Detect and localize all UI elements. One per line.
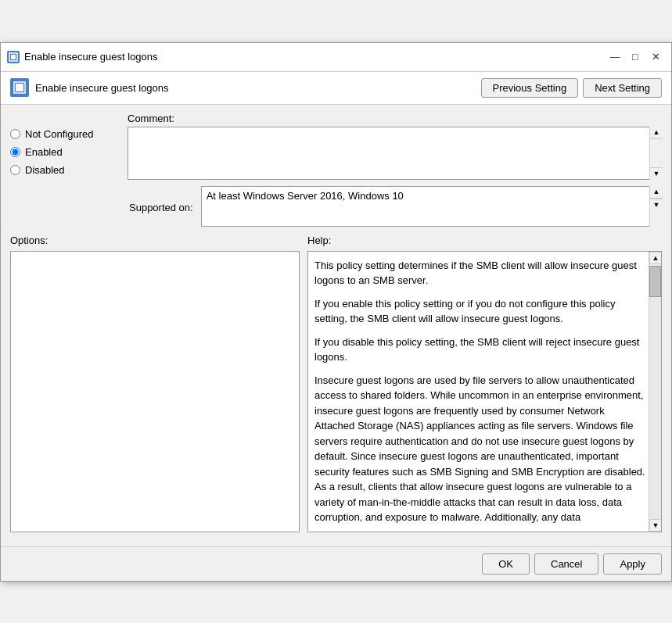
maximize-button[interactable]: □ [626,48,645,66]
header-title: Enable insecure guest logons [35,82,481,94]
help-para-3: If you disable this policy setting, the … [314,335,645,365]
scroll-track [649,297,661,519]
header-row: Enable insecure guest logons Previous Se… [1,72,671,105]
scroll-up-btn[interactable]: ▲ [649,252,662,264]
supported-row: Supported on: At least Windows Server 20… [129,186,662,227]
ok-button[interactable]: OK [482,553,530,575]
scroll-thumb[interactable] [649,266,661,297]
help-para-2: If you enable this policy setting or if … [314,296,645,327]
options-box [10,251,300,532]
svg-rect-1 [11,55,16,59]
comment-section: Comment: ▲ ▼ [128,113,662,180]
next-setting-button[interactable]: Next Setting [583,78,662,98]
content-area: Not Configured Enabled Disabled Comment:… [1,105,671,546]
apply-button[interactable]: Apply [603,553,662,575]
options-label: Options: [10,235,300,246]
not-configured-radio[interactable]: Not Configured [10,128,120,140]
window-title: Enable insecure guest logons [24,51,606,63]
title-bar-controls: — □ ✕ [606,48,665,66]
header-buttons: Previous Setting Next Setting [481,78,663,98]
help-scrollbar[interactable]: ▲ ▼ [649,252,661,532]
minimize-button[interactable]: — [606,48,624,66]
enabled-radio[interactable]: Enabled [10,146,120,158]
supported-wrapper: At least Windows Server 2016, Windows 10… [201,186,662,227]
comment-label: Comment: [128,113,662,124]
help-box: This policy setting determines if the SM… [307,251,662,532]
previous-setting-button[interactable]: Previous Setting [481,78,579,98]
window-icon [7,51,20,63]
disabled-input[interactable] [10,165,20,175]
header-icon [10,78,29,97]
options-col: Options: [10,235,300,532]
help-para-1: This policy setting determines if the SM… [314,258,645,288]
title-bar: Enable insecure guest logons — □ ✕ [1,43,671,72]
help-para-4: Insecure guest logons are used by file s… [314,373,645,525]
not-configured-input[interactable] [10,129,20,139]
help-content: This policy setting determines if the SM… [308,252,661,532]
cancel-button[interactable]: Cancel [534,553,598,575]
svg-rect-3 [16,84,23,91]
two-col: Options: Help: This policy setting deter… [10,235,662,532]
scroll-down-btn[interactable]: ▼ [649,519,662,532]
supported-text: At least Windows Server 2016, Windows 10 [201,186,662,227]
help-label: Help: [307,235,662,246]
comment-textarea[interactable] [128,127,662,180]
main-window: Enable insecure guest logons — □ ✕ Enabl… [0,42,672,582]
top-section: Not Configured Enabled Disabled Comment:… [10,113,662,180]
disabled-radio[interactable]: Disabled [10,164,120,176]
radio-group: Not Configured Enabled Disabled [10,113,120,180]
comment-textarea-wrapper: ▲ ▼ [128,127,662,180]
close-button[interactable]: ✕ [646,48,665,66]
footer: OK Cancel Apply [1,546,671,581]
help-col: Help: This policy setting determines if … [307,235,662,532]
supported-label: Supported on: [129,199,193,213]
enabled-input[interactable] [10,147,20,157]
